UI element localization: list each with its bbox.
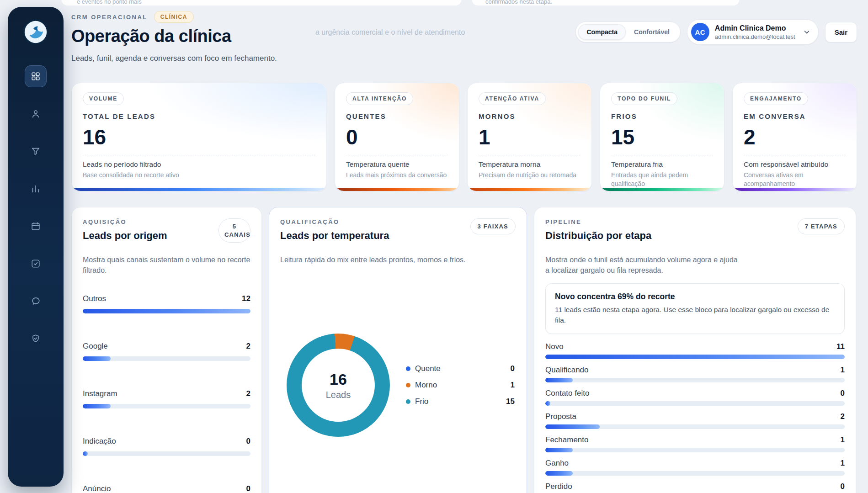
origin-bar-fill: [83, 451, 88, 456]
stage-row: Perdido 0: [545, 482, 845, 493]
kpi-row: VOLUME TOTAL DE LEADS 16 Leads no períod…: [71, 83, 857, 191]
callout-title: Novo concentra 69% do recorte: [555, 292, 835, 302]
legend-item: Morno 1: [406, 381, 515, 390]
stage-bar-track: [545, 471, 845, 476]
sidebar-item-funnel[interactable]: [25, 140, 47, 162]
kpi-footer: Temperatura fria Entradas que ainda pede…: [611, 155, 713, 188]
page-title: Operação da clínica: [71, 27, 277, 46]
kpi-line2: Base consolidada no recorte ativo: [83, 171, 315, 180]
legend-label: Quente: [415, 364, 506, 373]
kpi-accent-bar: [335, 188, 459, 191]
legend-dot: [406, 366, 410, 371]
legend-item: Frio 15: [406, 397, 515, 406]
panel-title: Leads por temperatura: [280, 230, 389, 242]
origin-row: Outros 12: [83, 294, 250, 313]
dashboard-grid-icon: [31, 71, 41, 81]
pipeline-highlight-callout: Novo concentra 69% do recorte 11 leads e…: [545, 283, 845, 334]
kpi-label: TOTAL DE LEADS: [83, 112, 315, 120]
origin-value: 0: [246, 484, 250, 493]
channels-badge: 5 CANAIS: [218, 218, 250, 243]
stage-bar-track: [545, 378, 845, 382]
bands-badge: 3 FAIXAS: [470, 218, 516, 234]
kpi-accent-bar: [733, 188, 857, 191]
stage-label: Perdido: [545, 482, 572, 491]
person-icon: [31, 109, 41, 119]
density-compact-button[interactable]: Compacta: [578, 24, 626, 40]
sidebar-item-security[interactable]: [25, 328, 47, 350]
origin-value: 0: [246, 437, 250, 446]
sidebar-item-tasks[interactable]: [25, 253, 47, 275]
sidebar-item-calendar[interactable]: [25, 215, 47, 237]
origin-bar-fill: [83, 356, 111, 361]
kpi-value: 16: [83, 125, 315, 149]
kpi-value: 1: [479, 125, 580, 149]
panel-title: Leads por origem: [83, 230, 167, 242]
stage-bar-track: [545, 448, 845, 452]
kpi-card-em-conversa: ENGAJAMENTO EM CONVERSA 2 Com responsáve…: [732, 83, 857, 191]
pipeline-panel: PIPELINE Distribuição por etapa 7 ETAPAS…: [534, 207, 856, 493]
kpi-line2: Precisam de nutrição ou retomada: [479, 171, 580, 180]
kpi-footer: Com responsável atribuído Conversas ativ…: [744, 155, 846, 188]
kpi-line1: Temperatura fria: [611, 160, 713, 169]
stage-value: 1: [841, 435, 845, 445]
origin-label: Indicação: [83, 437, 116, 446]
legend-label: Frio: [415, 397, 501, 406]
callout-body: 11 leads estão nesta etapa agora. Use es…: [555, 304, 835, 326]
stage-label: Contato feito: [545, 389, 589, 398]
origin-bar-track: [83, 451, 250, 456]
legend-item: Quente 0: [406, 364, 515, 373]
stage-row: Novo 11: [545, 342, 845, 359]
origin-bar-track: [83, 356, 250, 361]
origin-value: 12: [242, 294, 250, 303]
sidebar-item-chat[interactable]: [25, 290, 47, 312]
origin-label: Anúncio: [83, 484, 111, 493]
kpi-label: EM CONVERSA: [744, 112, 846, 120]
kpi-card-total-leads: VOLUME TOTAL DE LEADS 16 Leads no períod…: [71, 83, 327, 191]
density-comfortable-button[interactable]: Confortável: [626, 24, 678, 40]
legend-value: 1: [511, 381, 515, 390]
panel-description: Leitura rápida do mix entre leads pronto…: [280, 254, 516, 265]
density-toggle: Compacta Confortável: [575, 21, 680, 42]
origin-row: Google 2: [83, 342, 250, 361]
origin-row: Indicação 0: [83, 437, 250, 456]
sidebar-item-contacts[interactable]: [25, 103, 47, 125]
stage-bar-fill: [545, 448, 573, 452]
kpi-label: MORNOS: [479, 112, 580, 120]
legend-dot: [406, 383, 410, 387]
donut-legend: Quente 0 Morno 1 Frio 15: [406, 364, 515, 406]
kpi-value: 2: [744, 125, 846, 149]
sidebar-item-reports[interactable]: [25, 178, 47, 200]
stage-row: Ganho 1: [545, 459, 845, 476]
user-menu[interactable]: AC Admin Clinica Demo admin.clinica.demo…: [687, 19, 819, 45]
kpi-line2: Conversas ativas em acompanhamento: [744, 171, 846, 188]
origin-label: Instagram: [83, 389, 117, 398]
kpi-line1: Temperatura morna: [479, 160, 580, 169]
stage-value: 1: [841, 366, 845, 375]
origin-label: Outros: [83, 294, 106, 303]
context-badge: CLÍNICA: [154, 11, 194, 23]
signout-button[interactable]: Sair: [825, 22, 857, 42]
stage-label: Qualificando: [545, 366, 589, 375]
kpi-footer: Temperatura quente Leads mais próximos d…: [346, 155, 448, 180]
kpi-tag: ENGAJAMENTO: [744, 92, 808, 105]
stage-label: Novo: [545, 342, 564, 351]
stage-bar-track: [545, 401, 845, 406]
origin-value: 2: [246, 389, 250, 398]
shield-check-icon: [31, 334, 41, 344]
user-name: Admin Clinica Demo: [715, 24, 795, 32]
origin-value: 2: [246, 342, 250, 351]
panel-description: Mostra quais canais sustentam o volume n…: [83, 254, 250, 276]
stage-row: Qualificando 1: [545, 366, 845, 382]
kpi-tag: VOLUME: [83, 92, 124, 105]
origin-bar-track: [83, 404, 250, 408]
sidebar-item-dashboard[interactable]: [25, 65, 47, 87]
kpi-footer: Temperatura morna Precisam de nutrição o…: [479, 155, 580, 180]
chevron-down-icon: [803, 28, 811, 36]
stage-value: 1: [841, 459, 845, 468]
origin-bar-fill: [83, 404, 111, 408]
stage-bar-fill: [545, 424, 600, 429]
app-logo[interactable]: [22, 19, 49, 45]
panel-eyebrow: QUALIFICAÇÃO: [280, 218, 389, 225]
donut-center: 16 Leads: [302, 349, 375, 422]
stage-value: 0: [841, 482, 845, 491]
